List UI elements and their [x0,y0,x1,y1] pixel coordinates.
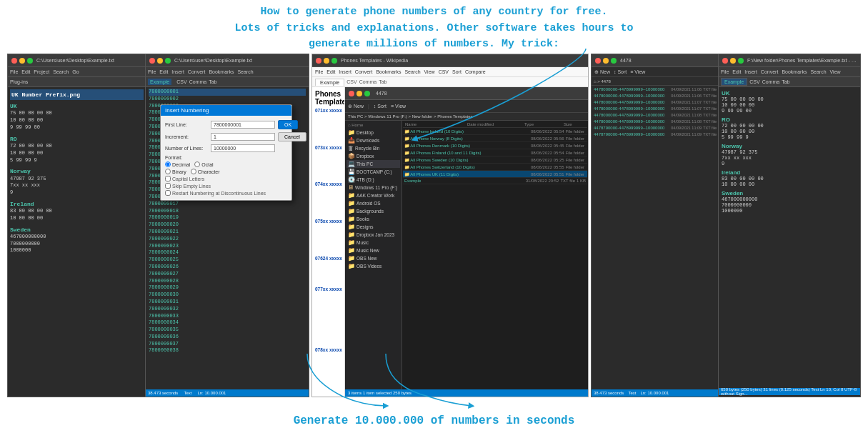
p3-tab-example[interactable]: Example [315,79,344,86]
p2-menu-convert[interactable]: Convert [188,69,206,74]
p3-max[interactable] [331,58,337,64]
p2-menu-edit[interactable]: Edit [159,69,168,74]
explorer-file-row[interactable]: 📁 All Phones UK (11 Digits) 08/06/2022 0… [403,171,587,178]
p4-view[interactable]: ≡ View [630,69,645,74]
p3-menu-compare[interactable]: Compare [465,69,486,74]
exp-sidebar-dropbox2[interactable]: 📁 Dropbox Jan 2023 [346,231,400,239]
p3-menu-csv[interactable]: CSV [439,69,449,74]
p3-comma-label[interactable]: Comma [359,79,377,84]
min-btn[interactable] [19,58,25,64]
p3-menu-view[interactable]: View [424,69,435,74]
exp-min[interactable] [356,91,362,96]
p5-comma[interactable]: Comma [762,79,780,84]
p3-menu-convert[interactable]: Convert [355,69,373,74]
small-file-row[interactable]: 4478000000-4478999999--10000000 04/09/20… [592,112,718,119]
p3-min[interactable] [324,58,329,64]
exp-sidebar-4tb[interactable]: 💽 4TB (D:) [346,176,400,184]
radio-octal[interactable]: Octal [194,161,213,167]
p4-close[interactable] [595,58,601,64]
p5-close[interactable] [722,58,728,64]
p4-max[interactable] [611,58,617,64]
p2-comma[interactable]: Comma [189,79,207,84]
p2-tab[interactable]: Tab [209,79,216,84]
exp-close[interactable] [349,91,354,96]
explorer-file-row[interactable]: Example 31/08/2022 20:52 TXT file 1 KB [403,178,587,184]
dialog-lines-input[interactable] [211,144,275,152]
p3-menu-bookmarks[interactable]: Bookmarks [376,69,401,74]
dialog-cancel-button[interactable]: Cancel [278,132,306,141]
exp-sidebar-bootcamp[interactable]: 💾 BOOTCAMP (C:) [346,168,400,176]
p2-menu-search[interactable]: Search [237,69,253,74]
menu-project[interactable]: Project [34,69,49,74]
p2-csv[interactable]: CSV [176,79,186,84]
p5-tab-example[interactable]: Example [721,78,747,86]
exp-sidebar-recycle[interactable]: 🗑 Recycle Bin [346,144,400,152]
dialog-capital-checkbox[interactable]: Capital Letters [165,176,287,181]
p3-menu-insert[interactable]: Insert [339,69,351,74]
p4-sort[interactable]: ↕ Sort [614,69,627,74]
dialog-increment-input[interactable] [211,133,275,141]
p5-menu-bookmarks[interactable]: Bookmarks [782,69,807,74]
small-file-row[interactable]: 4478000000-4478999999--10000000 04/09/20… [592,93,718,99]
exp-new-btn[interactable]: ⊕ New [348,104,364,109]
menu-edit[interactable]: Edit [21,69,30,74]
p2-min-btn[interactable] [157,58,163,64]
small-file-row[interactable]: 4478000000-4478999999--10000000 04/09/20… [592,106,718,112]
dialog-restart-checkbox[interactable]: Restart Numbering at Discontinuous Lines [165,190,287,196]
p5-menu-search[interactable]: Search [810,69,826,74]
explorer-file-row[interactable]: 📁 All Phones Denmark (10 Digits) 08/06/2… [403,142,587,149]
exp-view-btn[interactable]: ≡ View [391,104,406,109]
dialog-ok-button[interactable]: OK [278,120,298,129]
dialog-skip-checkbox[interactable]: Skip Empty Lines [165,183,287,189]
exp-sidebar-music[interactable]: 📁 Music [346,239,400,247]
p5-min[interactable] [730,58,736,64]
explorer-file-row[interactable]: 📁 All Phone Ireland (10 Digits) 08/06/20… [403,128,587,135]
p5-menu-view[interactable]: View [830,69,841,74]
exp-sidebar-dropbox[interactable]: 📦 Dropbox [346,152,400,160]
p3-menu-edit[interactable]: Edit [326,69,335,74]
p2-menu-insert[interactable]: Insert [171,69,184,74]
p4-min[interactable] [603,58,609,64]
small-file-row[interactable]: 4478790000-4478999999--10000000 04/09/20… [592,125,718,131]
exp-sort-btn[interactable]: ↕ Sort [374,104,386,109]
menu-search[interactable]: Search [53,69,69,74]
close-btn[interactable] [11,58,17,64]
exp-sidebar-thispc[interactable]: 💻 This PC [346,160,400,168]
insert-numbering-dialog[interactable]: Insert Numbering First Line: OK Incremen… [160,104,292,201]
p2-menu-file[interactable]: File [148,69,156,74]
exp-sidebar-android[interactable]: 📁 Android OS [346,199,400,207]
exp-sidebar-win11[interactable]: 🖥 Windows 11 Pro (F:) [346,184,400,191]
explorer-file-row[interactable]: 📁 All Phones Sweden (10 Digits) 08/06/20… [403,156,587,164]
exp-sidebar-obs-videos[interactable]: 📁 OBS Videos [346,262,400,270]
p5-menu-convert[interactable]: Convert [761,69,779,74]
explorer-file-row[interactable]: 📁 All Phones Switzerland (10 Digits) 08/… [403,164,587,171]
p5-menu-edit[interactable]: Edit [732,69,741,74]
dialog-first-line-input[interactable] [211,121,275,129]
radio-binary[interactable]: Binary [165,169,186,174]
exp-sidebar-musicnew[interactable]: 📁 Music New [346,247,400,254]
p3-menu-sort[interactable]: Sort [452,69,462,74]
p5-csv[interactable]: CSV [749,79,759,84]
menu-go[interactable]: Go [72,69,79,74]
exp-sidebar-obs[interactable]: 📁 OBS New [346,254,400,262]
max-btn[interactable] [27,58,33,64]
p5-menu-file[interactable]: File [721,69,729,74]
p5-tab-opt[interactable]: Tab [782,79,789,84]
small-file-row[interactable]: 4478790000-4478999999--10000000 04/09/20… [592,131,718,138]
explorer-address-bar[interactable]: This PC > Windows 11 Pro (F:) > New fold… [345,113,588,121]
p3-menu-file[interactable]: File [315,69,323,74]
exp-sidebar-desktop[interactable]: 📁 Desktop [346,129,400,136]
p5-max[interactable] [738,58,744,64]
p3-tab-label[interactable]: Tab [379,79,386,84]
exp-max[interactable] [364,91,370,96]
radio-decimal[interactable]: Decimal [165,161,190,167]
small-file-row[interactable]: 4478000000-4478999999--10000000 04/09/20… [592,86,718,93]
p2-tab-example[interactable]: Example [148,79,171,85]
exp-sidebar-designs[interactable]: 📁 Designs [346,223,400,231]
exp-sidebar-books[interactable]: 📁 Books [346,215,400,223]
p2-close-btn[interactable] [149,58,155,64]
radio-char[interactable]: Character [191,169,220,174]
explorer-file-row[interactable]: 📁 All Phones Finland (10 and 11 Digits) … [403,149,587,156]
menu-file[interactable]: File [10,69,18,74]
p2-menu-bookmarks[interactable]: Bookmarks [209,69,234,74]
